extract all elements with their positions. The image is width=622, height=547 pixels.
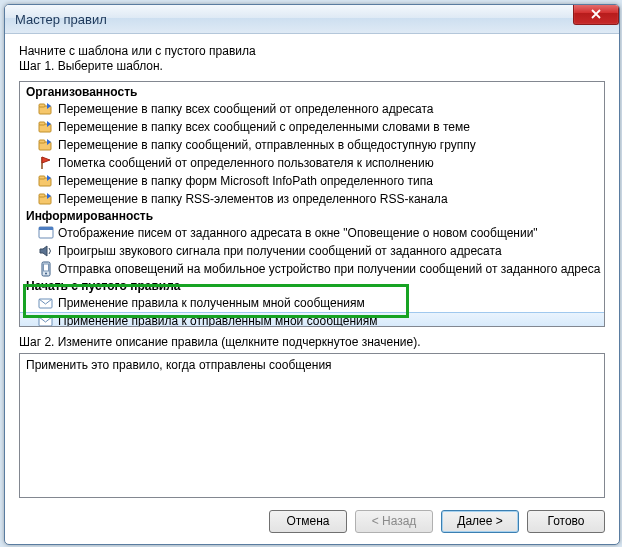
next-button[interactable]: Далее > <box>441 510 519 533</box>
list-item[interactable]: Применение правила к полученным мной соо… <box>20 294 604 312</box>
list-item-label: Перемещение в папку сообщений, отправлен… <box>58 138 476 152</box>
mobile-icon <box>38 261 54 277</box>
group-header-blank: Начать с пустого правила <box>20 278 604 294</box>
list-item[interactable]: Перемещение в папку всех сообщений с опр… <box>20 118 604 136</box>
intro-line-1: Начните с шаблона или с пустого правила <box>19 44 605 58</box>
close-button[interactable] <box>573 4 619 25</box>
dialog-content: Начните с шаблона или с пустого правила … <box>5 34 619 498</box>
rule-description-box[interactable]: Применить это правило, когда отправлены … <box>19 353 605 498</box>
close-icon <box>591 9 601 19</box>
list-item-label: Перемещение в папку форм Microsoft InfoP… <box>58 174 433 188</box>
flag-icon <box>38 155 54 171</box>
step2-label: Шаг 2. Измените описание правила (щелкни… <box>19 335 605 349</box>
speaker-icon <box>38 243 54 259</box>
list-item[interactable]: Перемещение в папку RSS-элементов из опр… <box>20 190 604 208</box>
list-item[interactable]: Пометка сообщений от определенного польз… <box>20 154 604 172</box>
svg-rect-13 <box>44 264 49 271</box>
list-item-label: Проигрыш звукового сигнала при получении… <box>58 244 502 258</box>
svg-point-14 <box>45 273 47 275</box>
list-item-label: Перемещение в папку всех сообщений с опр… <box>58 120 470 134</box>
list-item-label: Отображение писем от заданного адресата … <box>58 226 538 240</box>
list-item[interactable]: Проигрыш звукового сигнала при получении… <box>20 242 604 260</box>
back-button[interactable]: < Назад <box>355 510 433 533</box>
template-listbox[interactable]: Организованность Перемещение в папку все… <box>19 81 605 327</box>
folder-move-icon <box>38 191 54 207</box>
list-item[interactable]: Перемещение в папку форм Microsoft InfoP… <box>20 172 604 190</box>
svg-rect-1 <box>39 104 45 107</box>
group-header-informed: Информированность <box>20 208 604 224</box>
list-item-label: Отправка оповещений на мобильное устройс… <box>58 262 600 276</box>
titlebar: Мастер правил <box>5 5 619 34</box>
cancel-button[interactable]: Отмена <box>269 510 347 533</box>
intro-block: Начните с шаблона или с пустого правила … <box>19 44 605 73</box>
svg-rect-3 <box>39 122 45 125</box>
list-item-label: Применение правила к полученным мной соо… <box>58 296 365 310</box>
mail-out-icon <box>38 313 54 327</box>
template-list-inner: Организованность Перемещение в папку все… <box>20 82 604 327</box>
folder-move-icon <box>38 119 54 135</box>
list-item-label: Применение правила к отправленным мной с… <box>58 314 378 327</box>
list-item[interactable]: Перемещение в папку всех сообщений от оп… <box>20 100 604 118</box>
dialog-window: Мастер правил Начните с шаблона или с пу… <box>4 4 620 545</box>
mail-in-icon <box>38 295 54 311</box>
list-item-label: Перемещение в папку RSS-элементов из опр… <box>58 192 448 206</box>
list-item[interactable]: Перемещение в папку сообщений, отправлен… <box>20 136 604 154</box>
finish-button[interactable]: Готово <box>527 510 605 533</box>
folder-move-icon <box>38 101 54 117</box>
rule-description-text: Применить это правило, когда отправлены … <box>26 358 332 372</box>
intro-line-2: Шаг 1. Выберите шаблон. <box>19 59 605 73</box>
list-item-label: Перемещение в папку всех сообщений от оп… <box>58 102 434 116</box>
list-item[interactable]: Отображение писем от заданного адресата … <box>20 224 604 242</box>
list-item[interactable]: Отправка оповещений на мобильное устройс… <box>20 260 604 278</box>
list-item-label: Пометка сообщений от определенного польз… <box>58 156 434 170</box>
alert-window-icon <box>38 225 54 241</box>
button-bar: Отмена < Назад Далее > Готово <box>5 498 619 544</box>
list-item-selected[interactable]: Применение правила к отправленным мной с… <box>20 312 604 327</box>
folder-move-icon <box>38 173 54 189</box>
svg-rect-9 <box>39 194 45 197</box>
svg-rect-7 <box>39 176 45 179</box>
svg-rect-5 <box>39 140 45 143</box>
group-header-organized: Организованность <box>20 84 604 100</box>
folder-move-icon <box>38 137 54 153</box>
window-title: Мастер правил <box>5 12 107 27</box>
svg-rect-11 <box>39 227 53 230</box>
